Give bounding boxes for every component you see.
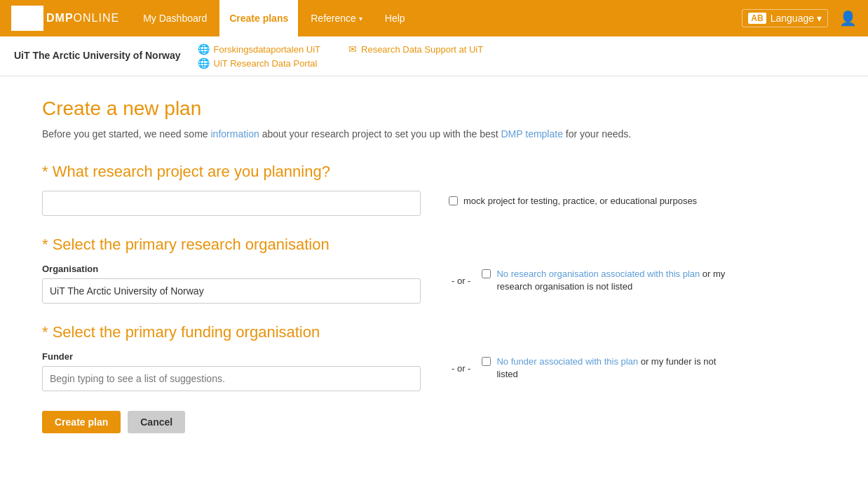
no-org-checkbox[interactable]	[482, 269, 491, 278]
section-organisation: * Select the primary research organisati…	[42, 236, 729, 304]
brand-name: DMPONLINE	[46, 12, 119, 25]
language-label: Language	[771, 13, 814, 24]
user-icon[interactable]: 👤	[839, 10, 857, 27]
funder-input[interactable]	[42, 366, 421, 391]
subheader-link-research-support[interactable]: ✉ Research Data Support at UiT	[348, 43, 483, 55]
subheader-link-research-portal-label: UiT Research Data Portal	[214, 58, 318, 69]
mock-project-label: mock project for testing, practice, or e…	[463, 195, 697, 208]
reference-dropdown-arrow: ▾	[359, 15, 362, 22]
reference-label: Reference	[311, 13, 356, 24]
section-project-title: * What research project are you planning…	[42, 163, 729, 181]
page-description: Before you get started, we need some inf…	[42, 127, 729, 142]
section-funding: * Select the primary funding organisatio…	[42, 323, 729, 391]
svg-rect-0	[18, 10, 25, 17]
organisation-input[interactable]	[42, 278, 421, 304]
funding-or-container: - or - No funder associated with this pl…	[449, 351, 729, 381]
email-icon: ✉	[348, 43, 357, 55]
cancel-button[interactable]: Cancel	[128, 411, 185, 433]
funder-field-label: Funder	[42, 351, 421, 362]
language-icon: AB	[748, 13, 766, 24]
organisation-form-row: Organisation - or - No research organisa…	[42, 264, 729, 304]
organisation-or-divider: - or -	[449, 276, 473, 286]
funding-form-row: Funder - or - No funder associated with …	[42, 351, 729, 391]
page-title: Create a new plan	[42, 97, 729, 120]
section-project: * What research project are you planning…	[42, 163, 729, 216]
funding-or-divider: - or -	[449, 363, 473, 374]
nav-create-plans[interactable]: Create plans	[219, 0, 298, 36]
desc-link-dmp[interactable]: DMP template	[501, 128, 563, 140]
no-funder-row: No funder associated with this plan or m…	[482, 355, 729, 381]
globe-icon-2: 🌐	[198, 57, 210, 69]
main-content: Create a new plan Before you get started…	[0, 76, 771, 454]
no-org-row: No research organisation associated with…	[482, 268, 729, 293]
subheader-link-forskingsdata-label: Forskingsdataportalen UiT	[214, 44, 320, 55]
mock-project-checkbox[interactable]	[449, 196, 458, 205]
organisation-input-container: Organisation	[42, 264, 421, 304]
svg-rect-1	[18, 18, 25, 27]
section-funding-title: * Select the primary funding organisatio…	[42, 323, 729, 341]
section-organisation-title: * Select the primary research organisati…	[42, 236, 729, 254]
subheader-links: 🌐 Forskingsdataportalen UiT ✉ Research D…	[198, 43, 484, 69]
brand-logo-container[interactable]: DMPONLINE	[11, 6, 119, 31]
navbar: DMPONLINE My Dashboard Create plans Refe…	[0, 0, 868, 36]
organisation-or-container: - or - No research organisation associat…	[449, 264, 729, 293]
create-plan-button[interactable]: Create plan	[42, 411, 121, 433]
project-form-row: mock project for testing, practice, or e…	[42, 191, 729, 216]
organisation-field-label: Organisation	[42, 264, 421, 274]
no-funder-label: No funder associated with this plan or m…	[496, 355, 729, 381]
language-button[interactable]: AB Language ▾	[742, 9, 828, 27]
mock-project-row: mock project for testing, practice, or e…	[449, 195, 697, 208]
no-org-link[interactable]: No research organisation associated with…	[496, 269, 700, 279]
brand-logo	[11, 6, 43, 31]
project-name-input[interactable]	[42, 191, 421, 216]
form-buttons: Create plan Cancel	[42, 411, 729, 433]
subheader-link-research-portal[interactable]: 🌐 UiT Research Data Portal	[198, 57, 484, 69]
nav-dashboard[interactable]: My Dashboard	[133, 0, 217, 36]
language-dropdown-arrow: ▾	[817, 13, 822, 24]
subheader: UiT The Arctic University of Norway 🌐 Fo…	[0, 36, 868, 76]
subheader-link-forskingsdata[interactable]: 🌐 Forskingsdataportalen UiT	[198, 43, 320, 55]
nav-help[interactable]: Help	[375, 0, 415, 36]
no-funder-checkbox[interactable]	[482, 357, 491, 366]
globe-icon-1: 🌐	[198, 43, 210, 55]
funding-input-container: Funder	[42, 351, 421, 391]
org-name: UiT The Arctic University of Norway	[14, 49, 181, 63]
subheader-link-research-support-label: Research Data Support at UiT	[361, 44, 483, 55]
project-mock-container: mock project for testing, practice, or e…	[449, 191, 729, 208]
no-org-label: No research organisation associated with…	[496, 268, 729, 293]
navbar-right: AB Language ▾ 👤	[742, 9, 857, 27]
svg-rect-2	[27, 14, 35, 25]
desc-middle: about your research project to set you u…	[259, 128, 501, 140]
no-funder-link[interactable]: No funder associated with this plan	[496, 356, 638, 367]
desc-link-information[interactable]: information	[210, 128, 259, 140]
project-input-container	[42, 191, 421, 216]
desc-suffix: for your needs.	[563, 128, 631, 140]
desc-prefix: Before you get started, we need some	[42, 128, 210, 140]
nav-reference[interactable]: Reference ▾	[301, 0, 372, 36]
